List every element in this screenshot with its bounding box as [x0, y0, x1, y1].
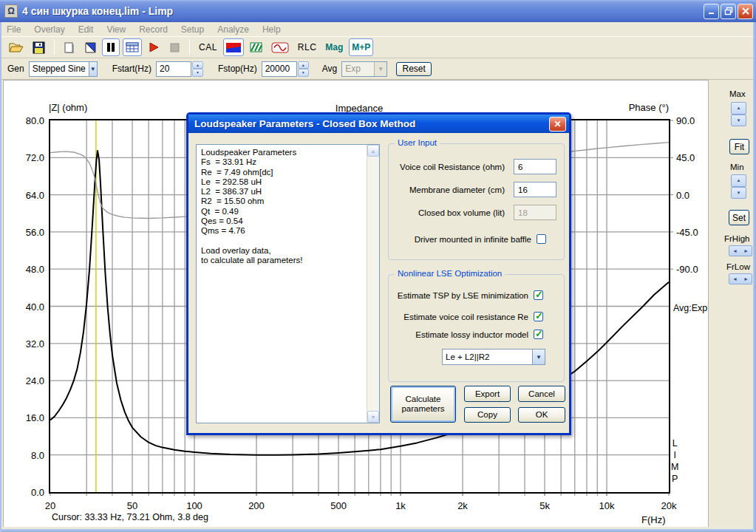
dialog-title-bar[interactable]: Loudspeaker Parameters - Closed Box Meth… [188, 115, 569, 133]
spin-right-icon[interactable]: ▸ [740, 246, 752, 256]
spin-up-icon[interactable]: ▲ [731, 102, 746, 115]
spin-right-icon[interactable]: ▸ [740, 274, 752, 284]
estimate-tsp-checkbox[interactable] [534, 290, 543, 300]
fstop-input[interactable]: 20000 [262, 61, 297, 77]
new-overlay-button[interactable] [61, 38, 78, 56]
spin-up-icon[interactable]: ▲ [298, 61, 309, 69]
dialog-close-button[interactable]: ✕ [549, 117, 566, 132]
menu-item-view[interactable]: View [100, 24, 132, 35]
generator-setup-button[interactable] [268, 38, 292, 56]
spin-up-icon[interactable]: ▲ [192, 61, 203, 69]
limp-watermark: L I M P [671, 437, 678, 485]
table-view-button[interactable] [123, 38, 142, 56]
inductor-model-select[interactable]: Le + L2||R2 ▼ [442, 349, 545, 365]
set-button[interactable]: Set [729, 210, 749, 225]
reset-button[interactable]: Reset [396, 62, 432, 76]
dialog-body: Loudspeaker ParametersFs = 33.91 HzRe = … [188, 133, 569, 433]
copy-button[interactable]: Copy [464, 407, 511, 423]
menu-item-record[interactable]: Record [132, 24, 174, 35]
spin-left-icon[interactable]: ◂ [729, 246, 740, 256]
spin-up-icon[interactable]: ▲ [731, 174, 746, 187]
report-line [201, 236, 364, 246]
menu-item-analyze[interactable]: Analyze [211, 24, 256, 35]
table-grid-icon [126, 42, 139, 52]
mag-phase-mode-button[interactable]: M+P [349, 38, 373, 56]
menu-item-help[interactable]: Help [256, 24, 287, 35]
parameters-report-box[interactable]: Loudspeaker ParametersFs = 33.91 HzRe = … [196, 144, 380, 423]
membrane-diameter-input[interactable]: 16 [514, 182, 556, 197]
loudspeaker-parameters-dialog: Loudspeaker Parameters - Closed Box Meth… [186, 112, 571, 435]
menu-item-overlay[interactable]: Overlay [27, 24, 71, 35]
scroll-down-icon[interactable]: ▼ [367, 411, 379, 423]
estimate-tsp-label: Estimate TSP by LSE minimization [398, 291, 528, 300]
max-stepper[interactable]: ▲▼ [731, 102, 746, 126]
estimate-re-checkbox[interactable] [534, 312, 543, 321]
restore-icon [724, 7, 733, 16]
mag-mode-button[interactable]: Mag [322, 38, 346, 56]
report-line: Re = 7.49 ohm[dc] [201, 168, 364, 177]
parameters-report: Loudspeaker ParametersFs = 33.91 HzRe = … [201, 148, 364, 266]
fstop-stepper[interactable]: ▲▼ [298, 61, 309, 77]
voice-coil-input[interactable]: 6 [514, 159, 556, 174]
chevron-down-icon[interactable]: ▼ [89, 62, 97, 76]
rlc-button[interactable]: RLC [295, 38, 320, 56]
spin-down-icon[interactable]: ▼ [192, 69, 203, 77]
cal-label: CAL [199, 42, 217, 52]
export-button[interactable]: Export [464, 386, 511, 402]
menu-item-edit[interactable]: Edit [72, 24, 101, 35]
report-scrollbar[interactable]: ▲ ▼ [367, 145, 379, 423]
report-line: R2 = 15.50 ohm [201, 197, 364, 206]
minimize-button[interactable] [704, 4, 719, 19]
generator-type-select[interactable]: Stepped Sine ▼ [29, 61, 98, 77]
magnitude-display-button[interactable] [223, 38, 244, 56]
start-record-button[interactable] [145, 38, 163, 56]
gen-label: Gen [7, 64, 24, 74]
frlow-stepper[interactable]: ◂▸ [729, 273, 752, 284]
report-line: Qes = 0.54 [201, 216, 364, 226]
save-icon [33, 41, 45, 54]
spin-down-icon[interactable]: ▼ [731, 115, 746, 127]
estimate-inductor-checkbox[interactable] [534, 330, 543, 339]
chevron-down-icon[interactable]: ▼ [532, 349, 545, 364]
open-file-button[interactable] [6, 38, 27, 56]
x-axis-title: F(Hz) [641, 514, 666, 525]
title-bar[interactable]: Ω 4 син шкурка конец.lim - Limp [0, 0, 756, 22]
restore-button[interactable] [721, 4, 736, 19]
pause-view-button[interactable] [102, 38, 120, 56]
mp-label: M+P [352, 42, 370, 52]
menu-item-file[interactable]: File [0, 24, 27, 35]
frlow-label: FrLow [726, 262, 750, 271]
scroll-up-icon[interactable]: ▲ [367, 145, 379, 157]
save-button[interactable] [30, 38, 48, 56]
report-line: Qt = 0.49 [201, 207, 364, 216]
fstart-stepper[interactable]: ▲▼ [192, 61, 203, 77]
frhigh-label: FrHigh [724, 234, 750, 243]
fit-button[interactable]: Fit [729, 139, 749, 154]
avg-value: Exp [342, 64, 374, 74]
watermark-letter: M [671, 461, 678, 473]
box-volume-input: 18 [514, 205, 556, 220]
frhigh-stepper[interactable]: ◂▸ [729, 245, 752, 256]
calibrate-button[interactable]: CAL [196, 38, 220, 56]
cancel-button[interactable]: Cancel [518, 386, 565, 402]
close-button[interactable] [738, 4, 753, 19]
edit-overlay-button[interactable] [81, 38, 99, 56]
green-overlay-icon [250, 42, 262, 52]
fstart-input[interactable]: 20 [156, 61, 191, 77]
calculate-parameters-button[interactable]: Calculate parameters [390, 386, 456, 423]
stop-record-button[interactable] [166, 38, 183, 56]
window-frame-left [0, 22, 1, 532]
min-stepper[interactable]: ▲▼ [731, 174, 746, 199]
spin-down-icon[interactable]: ▼ [731, 187, 746, 200]
mag-display-icon [226, 43, 241, 52]
overlay-manager-button[interactable] [247, 38, 265, 56]
baffle-checkbox[interactable] [537, 234, 546, 244]
ok-button[interactable]: OK [518, 407, 565, 423]
fstop-label: Fstop(Hz) [218, 64, 257, 74]
avg-select: Exp ▼ [341, 61, 387, 77]
menu-item-setup[interactable]: Setup [174, 24, 211, 35]
voice-coil-label: Voice coil Resistance (ohm) [400, 163, 505, 171]
spin-down-icon[interactable]: ▼ [298, 69, 309, 77]
spin-left-icon[interactable]: ◂ [729, 274, 740, 284]
right-control-panel: Max ▲▼ Fit Min ▲▼ Set FrHigh ◂▸ FrLow ◂▸ [708, 80, 753, 527]
